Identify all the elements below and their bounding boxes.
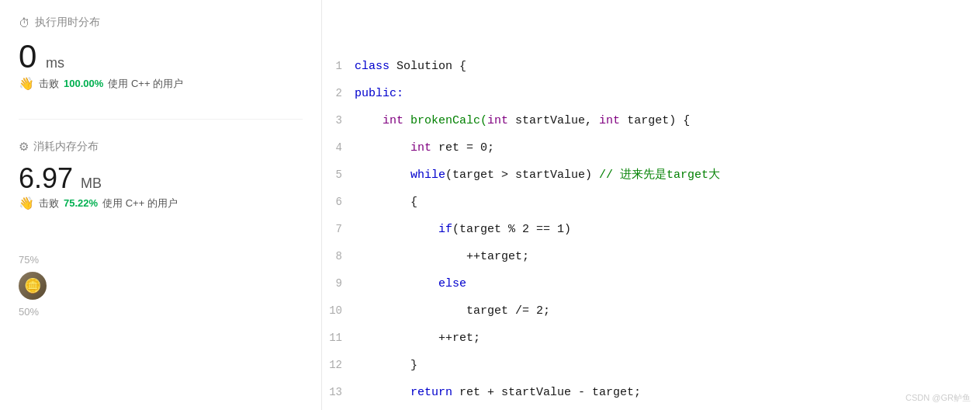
code-token: int bbox=[487, 114, 515, 127]
code-line: 8 ++target; bbox=[322, 243, 980, 270]
code-token bbox=[355, 277, 438, 290]
time-section-header: ⏱ 执行用时分布 bbox=[19, 16, 303, 30]
code-line: 5 while(target > startValue) // 进来先是targ… bbox=[322, 162, 980, 189]
percent-50-label: 50% bbox=[19, 306, 303, 318]
code-token: while bbox=[410, 169, 445, 182]
code-token: int bbox=[383, 114, 410, 127]
code-token: brokenCalc( bbox=[410, 114, 487, 127]
percent-75-label: 75% bbox=[19, 254, 303, 266]
line-number: 3 bbox=[322, 107, 355, 134]
beat-label-time-post: 使用 C++ 的用户 bbox=[108, 77, 183, 91]
left-panel: ⏱ 执行用时分布 0 ms 👋 击败 100.00% 使用 C++ 的用户 ⚙ … bbox=[0, 0, 322, 410]
memory-beat-row: 👋 击败 75.22% 使用 C++ 的用户 bbox=[19, 196, 303, 210]
code-line: 2public: bbox=[322, 80, 980, 107]
code-token: ret + startValue - target; bbox=[459, 386, 641, 399]
code-token: ret = 0; bbox=[438, 141, 494, 155]
code-token: else bbox=[438, 277, 466, 290]
code-token: if bbox=[438, 223, 452, 236]
code-token: // 进来先是target大 bbox=[599, 169, 720, 182]
memory-number: 6.97 bbox=[19, 162, 73, 194]
line-content: target /= 2; bbox=[355, 298, 980, 325]
section-divider bbox=[19, 119, 303, 120]
code-token: Solution bbox=[397, 60, 459, 73]
wave-icon-time: 👋 bbox=[19, 76, 34, 91]
code-line: 3 int brokenCalc(int startValue, int tar… bbox=[322, 107, 980, 134]
time-beat-percent: 100.00% bbox=[64, 78, 103, 89]
code-line: 14 } bbox=[322, 406, 980, 410]
memory-section: ⚙ 消耗内存分布 6.97 MB 👋 击败 75.22% 使用 C++ 的用户 bbox=[19, 140, 303, 232]
wave-icon-memory: 👋 bbox=[19, 196, 34, 210]
code-line: 12 } bbox=[322, 352, 980, 379]
memory-value-display: 6.97 MB bbox=[19, 165, 303, 193]
code-token: { bbox=[355, 196, 417, 209]
code-line: 10 target /= 2; bbox=[322, 297, 980, 325]
line-number: 12 bbox=[322, 352, 355, 378]
line-content: ++target; bbox=[355, 244, 980, 270]
code-token: { bbox=[459, 60, 466, 73]
code-line: 11 ++ret; bbox=[322, 325, 980, 352]
code-panel: 1class Solution {2public:3 int brokenCal… bbox=[322, 0, 980, 410]
line-number: 6 bbox=[322, 189, 355, 215]
line-number: 13 bbox=[322, 379, 355, 405]
code-block: 1class Solution {2public:3 int brokenCal… bbox=[322, 0, 980, 410]
code-token: int bbox=[410, 141, 438, 155]
line-number: 11 bbox=[322, 325, 355, 351]
line-content: int brokenCalc(int startValue, int targe… bbox=[355, 108, 980, 134]
code-line: 9 else bbox=[322, 270, 980, 297]
code-token: return bbox=[410, 386, 459, 399]
beat-label-time-pre: 击败 bbox=[39, 77, 59, 91]
code-token: startValue, bbox=[515, 114, 599, 127]
code-token bbox=[355, 386, 410, 399]
memory-beat-percent: 75.22% bbox=[64, 197, 98, 209]
code-token: ++ret; bbox=[355, 332, 480, 345]
time-beat-row: 👋 击败 100.00% 使用 C++ 的用户 bbox=[19, 76, 303, 91]
memory-icon: ⚙ bbox=[19, 140, 29, 154]
line-content: else bbox=[355, 271, 980, 297]
line-content: int ret = 0; bbox=[355, 135, 980, 162]
line-number: 1 bbox=[322, 53, 355, 79]
line-content: while(target > startValue) // 进来先是target… bbox=[355, 162, 980, 189]
code-line: 6 { bbox=[322, 189, 980, 216]
code-line: 7 if(target % 2 == 1) bbox=[322, 216, 980, 243]
code-token: (target > startValue) bbox=[445, 169, 599, 182]
code-line: 1class Solution { bbox=[322, 53, 980, 80]
line-number: 4 bbox=[322, 134, 355, 161]
code-token: } bbox=[355, 359, 417, 372]
line-number: 8 bbox=[322, 243, 355, 269]
code-line: 13 return ret + startValue - target; bbox=[322, 379, 980, 406]
code-token: int bbox=[599, 114, 627, 127]
csdn-credit: CSDN @GR鲈鱼 bbox=[906, 392, 971, 404]
code-token: (target % 2 == 1) bbox=[452, 223, 571, 236]
code-token bbox=[355, 169, 410, 182]
time-unit: ms bbox=[46, 55, 64, 71]
line-content: { bbox=[355, 189, 980, 216]
line-content: ++ret; bbox=[355, 325, 980, 352]
avatar: 🪙 bbox=[19, 272, 47, 300]
beat-label-memory-post: 使用 C++ 的用户 bbox=[102, 196, 178, 210]
code-token: target) { bbox=[627, 114, 690, 127]
line-number: 14 bbox=[322, 406, 355, 410]
time-value-display: 0 ms bbox=[19, 40, 303, 73]
time-section-title: 执行用时分布 bbox=[35, 16, 100, 30]
code-line: 4 int ret = 0; bbox=[322, 134, 980, 162]
line-content: if(target % 2 == 1) bbox=[355, 217, 980, 243]
line-content: } bbox=[355, 353, 980, 379]
line-number: 2 bbox=[322, 80, 355, 106]
code-token bbox=[355, 141, 410, 155]
code-token bbox=[355, 223, 438, 236]
line-number: 7 bbox=[322, 216, 355, 242]
line-content: public: bbox=[355, 81, 980, 107]
beat-label-memory-pre: 击败 bbox=[39, 196, 59, 210]
memory-section-header: ⚙ 消耗内存分布 bbox=[19, 140, 303, 154]
code-token: public: bbox=[355, 87, 403, 100]
line-content: } bbox=[355, 407, 980, 410]
line-number: 10 bbox=[322, 297, 355, 324]
line-content: class Solution { bbox=[355, 54, 980, 80]
code-token: class bbox=[355, 60, 397, 73]
line-content: return ret + startValue - target; bbox=[355, 380, 980, 406]
line-number: 5 bbox=[322, 162, 355, 188]
avatar-area: 🪙 bbox=[19, 272, 303, 300]
code-token bbox=[355, 114, 383, 127]
code-token: target /= 2; bbox=[355, 304, 550, 318]
clock-icon: ⏱ bbox=[19, 16, 30, 30]
